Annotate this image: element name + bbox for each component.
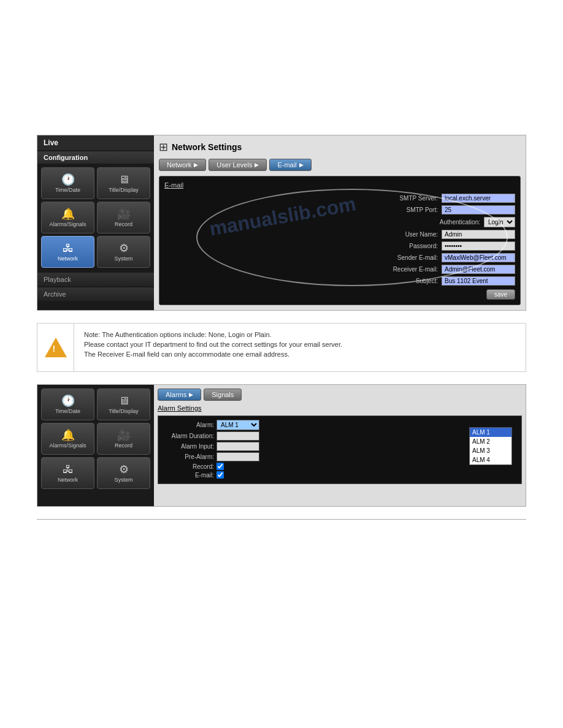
sidebar2-btn-time-date[interactable]: 🕐 Time/Date xyxy=(41,389,94,420)
alarms-tab-arrow: ▶ xyxy=(189,392,193,398)
tab-email[interactable]: E-mail ▶ xyxy=(269,159,311,171)
alarm-input-label: Alarm Input: xyxy=(162,443,214,450)
sidebar2-system-label: System xyxy=(114,477,132,483)
tab-network-arrow: ▶ xyxy=(194,162,198,168)
pre-alarm-input[interactable] xyxy=(216,452,259,461)
alarm-input-field[interactable] xyxy=(216,442,259,451)
warning-line3: The Receiver E-mail field can only accom… xyxy=(84,351,516,358)
email-panel: E-mail SMTP Server: SMTP Port: Authentic… xyxy=(159,176,521,305)
network-settings-header: ⊞ Network Settings xyxy=(159,140,521,154)
alarm-icon2: 🔔 xyxy=(61,430,75,441)
sidebar-btn-alarms-signals[interactable]: 🔔 Alarms/Signals xyxy=(41,202,94,233)
dropdown-alm4[interactable]: ALM 4 xyxy=(470,455,511,464)
sidebar2-grid: 🕐 Time/Date 🖥 Title/Display 🔔 Alarms/Sig… xyxy=(37,385,154,493)
tab-email-arrow: ▶ xyxy=(299,162,304,168)
sidebar2-time-date-label: Time/Date xyxy=(55,408,80,414)
tab-user-levels-arrow: ▶ xyxy=(255,162,259,168)
dropdown-alm3[interactable]: ALM 3 xyxy=(470,446,511,455)
alarm-settings-title: Alarm Settings xyxy=(158,404,522,412)
save-button[interactable]: save xyxy=(486,289,515,300)
password-input[interactable] xyxy=(442,241,515,251)
sidebar-btn-time-date-label: Time/Date xyxy=(55,187,80,193)
record-icon2: 🎥 xyxy=(117,430,131,441)
smtp-server-input[interactable] xyxy=(442,194,515,203)
network-icon: 🖧 xyxy=(63,243,74,254)
smtp-port-input[interactable] xyxy=(442,205,515,214)
sidebar2-btn-alarms-signals[interactable]: 🔔 Alarms/Signals xyxy=(41,423,94,455)
sidebar2-btn-record[interactable]: 🎥 Record xyxy=(97,423,150,455)
alarm-form: Alarm: ALM 1 ALM 2 ALM 3 ALM 4 Alarm Dur… xyxy=(158,415,522,484)
username-input[interactable] xyxy=(442,230,515,239)
record-row-label: Record: xyxy=(162,463,214,470)
username-label: User Name: xyxy=(377,231,438,238)
display-icon2: 🖥 xyxy=(118,395,129,406)
clock-icon: 🕐 xyxy=(61,174,75,185)
tab-alarms[interactable]: Alarms ▶ xyxy=(158,389,201,401)
pre-alarm-row: Pre-Alarm: xyxy=(162,452,518,461)
dropdown-alm1[interactable]: ALM 1 xyxy=(470,428,511,437)
tab-network[interactable]: Network ▶ xyxy=(159,159,206,171)
sidebar-btn-alarms-label: Alarms/Signals xyxy=(49,221,86,227)
sidebar-btn-network[interactable]: 🖧 Network xyxy=(41,236,94,268)
alarm-input-row: Alarm Input: xyxy=(162,442,518,451)
sender-email-label: Sender E-mail: xyxy=(377,254,438,261)
receiver-email-input[interactable] xyxy=(442,265,515,274)
sidebar2-alarms-label: Alarms/Signals xyxy=(49,442,86,449)
alarm-dropdown[interactable]: ALM 1 ALM 2 ALM 3 ALM 4 xyxy=(469,427,512,465)
sidebar2-title-display-label: Title/Display xyxy=(109,408,139,414)
receiver-email-label: Receiver E-mail: xyxy=(377,266,438,273)
sidebar2: 🕐 Time/Date 🖥 Title/Display 🔔 Alarms/Sig… xyxy=(37,385,154,506)
password-label: Password: xyxy=(377,243,438,249)
save-row: save xyxy=(164,289,515,300)
bottom-rule xyxy=(37,519,526,525)
alarm-select[interactable]: ALM 1 ALM 2 ALM 3 ALM 4 xyxy=(216,420,259,430)
email-checkbox[interactable] xyxy=(216,471,224,479)
smtp-server-row: SMTP Server: xyxy=(164,194,515,203)
screenshot-alarms: 🕐 Time/Date 🖥 Title/Display 🔔 Alarms/Sig… xyxy=(37,384,526,507)
auth-label: Authentication: xyxy=(419,219,480,226)
tab-signals[interactable]: Signals xyxy=(204,389,242,401)
sidebar-archive[interactable]: Archive xyxy=(37,287,154,301)
sender-email-row: Sender E-mail: xyxy=(164,253,515,262)
auth-row: Authentication: Login None Plain xyxy=(164,217,515,227)
alarm-label: Alarm: xyxy=(162,422,214,428)
sidebar-btn-record-label: Record xyxy=(115,221,132,227)
clock-icon2: 🕐 xyxy=(61,395,75,406)
sidebar-btn-network-label: Network xyxy=(58,256,78,262)
pre-alarm-label: Pre-Alarm: xyxy=(162,453,214,460)
email-row: E-mail: xyxy=(162,471,518,479)
alarm-duration-input[interactable] xyxy=(216,431,259,441)
warning-line1: Note: The Authentication options include… xyxy=(84,331,516,338)
dropdown-alm2[interactable]: ALM 2 xyxy=(470,437,511,446)
subject-input[interactable] xyxy=(442,276,515,286)
sidebar-btn-record[interactable]: 🎥 Record xyxy=(97,202,150,233)
record-row: Record: xyxy=(162,463,518,470)
sidebar2-btn-network[interactable]: 🖧 Network xyxy=(41,457,94,489)
record-checkbox[interactable] xyxy=(216,463,224,470)
sidebar-btn-time-date[interactable]: 🕐 Time/Date xyxy=(41,167,94,199)
subject-label: Subject: xyxy=(377,278,438,284)
sidebar-btn-system[interactable]: ⚙ System xyxy=(97,236,150,268)
sidebar2-btn-title-display[interactable]: 🖥 Title/Display xyxy=(97,389,150,420)
alarm-duration-row: Alarm Duration: xyxy=(162,431,518,441)
sender-email-input[interactable] xyxy=(442,253,515,262)
smtp-port-row: SMTP Port: xyxy=(164,205,515,214)
network-settings-title: Network Settings xyxy=(172,142,242,152)
smtp-server-label: SMTP Server: xyxy=(377,195,438,202)
sidebar-btn-title-display[interactable]: 🖥 Title/Display xyxy=(97,167,150,199)
sidebar2-network-label: Network xyxy=(58,477,78,483)
sidebar-btn-system-label: System xyxy=(114,256,132,262)
username-row: User Name: xyxy=(164,230,515,239)
warning-block: Note: The Authentication options include… xyxy=(37,323,526,372)
top-blank-area xyxy=(0,0,563,135)
auth-select[interactable]: Login None Plain xyxy=(484,217,515,227)
tab-user-levels[interactable]: User Levels ▶ xyxy=(209,159,267,171)
warning-line2: Please contact your IT department to fin… xyxy=(84,341,516,348)
email-row-label: E-mail: xyxy=(162,472,214,479)
receiver-email-row: Receiver E-mail: xyxy=(164,265,515,274)
display-icon: 🖥 xyxy=(118,174,129,185)
alarm-duration-label: Alarm Duration: xyxy=(162,433,214,439)
sidebar-playback[interactable]: Playback xyxy=(37,273,154,286)
network-settings-panel: ⊞ Network Settings Network ▶ User Levels… xyxy=(154,135,526,310)
sidebar2-btn-system[interactable]: ⚙ System xyxy=(97,457,150,489)
